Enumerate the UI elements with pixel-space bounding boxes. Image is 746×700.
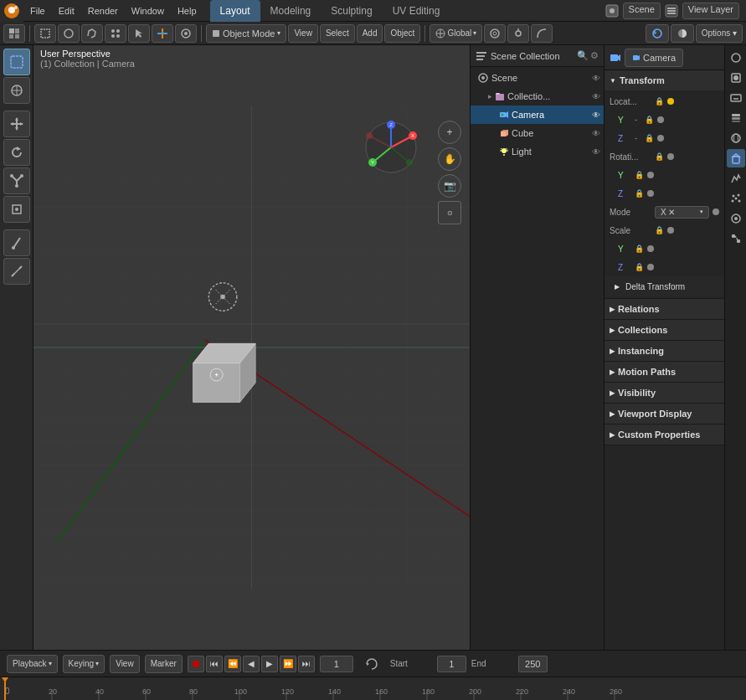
prop-icon-object[interactable] [727, 149, 745, 167]
timeline-loop-btn[interactable] [365, 657, 378, 671]
collection-eye[interactable]: 👁 [592, 92, 600, 101]
tool-annotate[interactable] [3, 229, 30, 256]
tab-sculpting[interactable]: Sculpting [321, 0, 382, 22]
step-forward-btn[interactable]: ⏩ [280, 656, 296, 672]
scale-lock[interactable]: 🔒 [655, 226, 664, 234]
current-frame-input[interactable] [320, 656, 353, 672]
menu-help[interactable]: Help [171, 0, 203, 22]
outliner-filter-btn[interactable]: ⚙ [590, 50, 599, 61]
prop-icon-particles[interactable] [727, 189, 745, 208]
loc-z-lock[interactable]: 🔒 [645, 134, 654, 142]
scale-dot[interactable] [667, 227, 674, 234]
tab-modeling[interactable]: Modeling [260, 0, 322, 22]
rot-y-lock[interactable]: 🔒 [635, 171, 644, 179]
custom-props-header[interactable]: ▶ Custom Properties [605, 425, 724, 445]
view-btn[interactable]: View [288, 24, 318, 43]
menu-render[interactable]: Render [81, 0, 125, 22]
timeline-view-btn[interactable]: View [110, 655, 140, 673]
tool-measure[interactable] [3, 258, 30, 285]
zoom-in-btn[interactable]: + [438, 121, 461, 144]
scene-selector[interactable]: Scene [623, 3, 661, 19]
tab-uv-editing[interactable]: UV Editing [383, 0, 450, 22]
cursor-btn[interactable] [128, 24, 150, 43]
transform-header[interactable]: ▼ Transform [605, 70, 724, 90]
viewport-shading-btn[interactable] [671, 24, 694, 43]
outliner-item-collection[interactable]: ▸ Collectio... 👁 [471, 87, 604, 106]
prop-icon-physics[interactable] [727, 209, 745, 228]
add-btn[interactable]: Add [357, 24, 383, 43]
scale-z-lock[interactable]: 🔒 [635, 263, 644, 271]
camera-view-btn[interactable]: 📷 [438, 174, 461, 198]
tool-cursor[interactable] [3, 77, 30, 104]
camera-object-badge[interactable]: Camera [625, 49, 683, 67]
collections-header[interactable]: ▶ Collections [605, 320, 724, 340]
outliner-search-btn[interactable]: 🔍 [577, 50, 589, 61]
menu-file[interactable]: File [23, 0, 52, 22]
timeline-ruler[interactable]: 0 20 40 60 80 100 120 140 160 180 200 22… [0, 677, 746, 700]
camera-eye[interactable]: 👁 [592, 111, 600, 120]
motion-paths-header[interactable]: ▶ Motion Paths [605, 362, 724, 382]
object-btn[interactable]: Object [384, 24, 420, 43]
record-btn[interactable] [188, 656, 204, 672]
grab-btn[interactable]: ✋ [438, 147, 461, 171]
menu-window[interactable]: Window [125, 0, 171, 22]
outliner-item-camera[interactable]: Camera 👁 [471, 106, 604, 124]
play-reverse-btn[interactable]: ◀ [243, 656, 260, 672]
select-all-btn[interactable] [105, 24, 126, 43]
menu-edit[interactable]: Edit [52, 0, 81, 22]
options-btn[interactable]: Options ▾ [696, 24, 743, 43]
step-back-btn[interactable]: ⏪ [224, 656, 241, 672]
end-frame-input[interactable] [518, 656, 548, 672]
keying-menu-btn[interactable]: Keying ▾ [63, 655, 105, 673]
tab-layout[interactable]: Layout [210, 0, 260, 22]
snap-icon-btn[interactable] [507, 24, 529, 43]
delta-transform-header[interactable]: ▶ Delta Transform [605, 276, 724, 296]
scale-y-lock[interactable]: 🔒 [635, 244, 644, 253]
tool-select[interactable] [3, 49, 30, 75]
snap-btn[interactable] [175, 24, 197, 43]
timeline-marker-btn[interactable]: Marker [145, 655, 183, 673]
blender-logo[interactable] [0, 0, 23, 22]
playback-menu-btn[interactable]: Playback ▾ [7, 655, 58, 673]
tool-rotate[interactable] [3, 139, 30, 166]
mode-dot[interactable] [713, 208, 719, 215]
location-keyframe-dot[interactable] [667, 98, 674, 105]
jump-start-btn[interactable]: ⏮ [206, 656, 223, 672]
loc-y-lock[interactable]: 🔒 [645, 116, 654, 124]
select-box-btn[interactable] [34, 24, 56, 43]
mode-selector-prop[interactable]: X ✕ ▾ [655, 206, 709, 219]
object-mode-selector[interactable]: Object Mode ▾ [206, 24, 286, 43]
viewport[interactable]: User Perspective (1) Collection | Camera… [33, 45, 470, 650]
view-layer-selector[interactable]: View Layer [682, 3, 739, 19]
viewport-overlays-btn[interactable] [646, 24, 669, 43]
outliner-item-scene[interactable]: Scene 👁 [471, 69, 604, 87]
loc-z-dot[interactable] [657, 135, 664, 142]
tool-move[interactable] [3, 111, 30, 137]
jump-end-btn[interactable]: ⏭ [298, 656, 315, 672]
rot-z-dot[interactable] [647, 190, 654, 197]
loc-y-dot[interactable] [657, 116, 664, 123]
rot-y-dot[interactable] [647, 172, 654, 178]
light-eye[interactable]: 👁 [592, 147, 600, 157]
axis-gizmo[interactable]: Z X Y [364, 121, 423, 179]
relations-header[interactable]: ▶ Relations [605, 299, 724, 319]
viewport-display-header[interactable]: ▶ Viewport Display [605, 404, 724, 424]
prop-icon-modifier[interactable] [727, 169, 745, 188]
tool-scale[interactable] [3, 167, 30, 194]
outliner-item-cube[interactable]: Cube 👁 [471, 124, 604, 142]
start-frame-input[interactable] [437, 656, 466, 672]
scene-eye[interactable]: 👁 [592, 74, 600, 83]
prop-icon-constraints[interactable] [727, 229, 745, 248]
proportional2-btn[interactable] [531, 24, 553, 43]
prop-icon-render[interactable] [727, 69, 745, 87]
instancing-header[interactable]: ▶ Instancing [605, 341, 724, 361]
outliner-item-light[interactable]: Light 👁 [471, 142, 604, 161]
select-btn[interactable]: Select [320, 24, 355, 43]
prop-icon-scene[interactable] [727, 49, 745, 67]
prop-icon-world[interactable] [727, 129, 745, 147]
transform-space-btn[interactable]: Global ▾ [430, 24, 482, 43]
select-circle-btn[interactable] [58, 24, 80, 43]
proportional-edit-btn[interactable] [484, 24, 506, 43]
play-btn[interactable]: ▶ [261, 656, 278, 672]
select-lasso-btn[interactable] [81, 24, 103, 43]
